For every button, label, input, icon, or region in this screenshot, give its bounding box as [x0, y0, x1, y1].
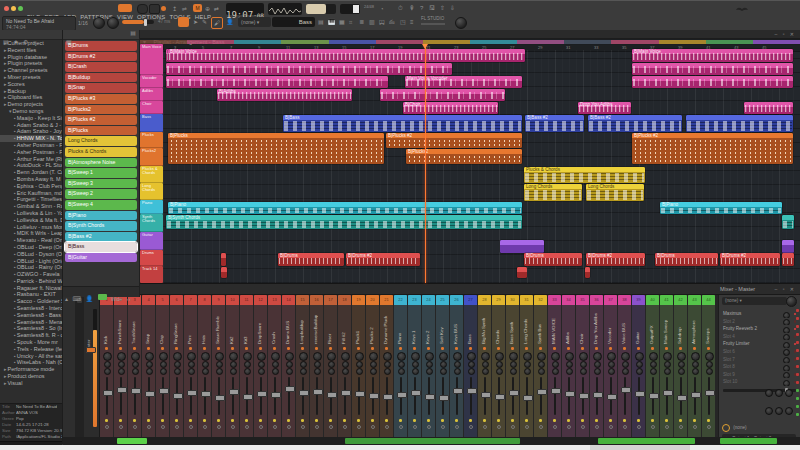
strip-route-dot[interactable]	[273, 425, 277, 429]
browser-item[interactable]: ▪Lollieluv - mus Momentum	[0, 224, 62, 231]
paint-tool-button[interactable]: 🖌	[211, 17, 223, 29]
strip-pan-knob[interactable]	[509, 352, 518, 361]
browser-item[interactable]: ▪HHNW MIX - N. To Be Afraid	[0, 135, 62, 142]
strip-route-dot[interactable]	[133, 425, 137, 429]
strip-eq-knob[interactable]	[314, 368, 321, 375]
strip-pan-knob[interactable]	[481, 352, 490, 361]
strip-fader-handle[interactable]	[509, 390, 519, 396]
strip-eq-knob[interactable]	[706, 368, 713, 375]
fx-eq-knob[interactable]	[775, 407, 783, 415]
playlist-clip[interactable]	[782, 253, 794, 266]
mixer-channel-strip[interactable]: 44Sweeps	[702, 295, 715, 438]
tempo-slider-handle[interactable]	[144, 19, 147, 26]
mixer-channel-strip[interactable]: 27Bass	[464, 295, 477, 438]
track-header[interactable]: Choir	[140, 101, 163, 114]
strip-fader-track[interactable]	[344, 377, 346, 415]
browser-item[interactable]: ▪Lollievka & Lin - Your Madonna	[0, 210, 62, 217]
strip-fader-track[interactable]	[554, 377, 556, 415]
strip-stereo-knob[interactable]	[188, 361, 195, 368]
mixer-channel-strip[interactable]: 39Guitar	[632, 295, 645, 438]
browser-item[interactable]: ▪Bombs Away ft. M - I'm Awake	[0, 176, 62, 183]
strip-route-dot[interactable]	[525, 425, 529, 429]
playlist-clip[interactable]: B|Bass	[283, 115, 522, 132]
strip-pan-knob[interactable]	[257, 352, 266, 361]
playlist-clip[interactable]	[221, 253, 226, 266]
pattern-pill[interactable]: B|Buildup	[65, 73, 137, 83]
touch-controller-icon[interactable]: 🖮	[389, 19, 395, 25]
strip-route-dot[interactable]	[315, 425, 319, 429]
fx-slot[interactable]: Fruity Limiter	[719, 340, 800, 348]
mixer-channel-strip[interactable]: 43Atmosphere	[688, 295, 701, 438]
strip-fader-handle[interactable]	[327, 392, 337, 398]
strip-pan-knob[interactable]	[635, 352, 644, 361]
memory-meter[interactable]	[340, 4, 360, 14]
strip-stereo-knob[interactable]	[272, 361, 279, 368]
strip-stereo-knob[interactable]	[300, 361, 307, 368]
picker-up-icon[interactable]: ▴	[65, 296, 68, 302]
window-minimize-light[interactable]	[11, 6, 16, 11]
strip-eq-knob[interactable]	[482, 368, 489, 375]
strip-eq-knob[interactable]	[692, 368, 699, 375]
strip-eq-knob[interactable]	[426, 368, 433, 375]
pattern-pill[interactable]: B|Sweep 4	[65, 200, 137, 210]
strip-fader-track[interactable]	[106, 377, 108, 415]
snap-selector[interactable]: 1/16	[78, 20, 88, 26]
strip-mute-dot[interactable]	[385, 347, 388, 350]
strip-stereo-knob[interactable]	[454, 361, 461, 368]
strip-fader-track[interactable]	[232, 377, 234, 415]
strip-fader-handle[interactable]	[481, 392, 491, 398]
mixer-channel-strip[interactable]: 23Keys 1	[408, 295, 421, 438]
strip-pan-knob[interactable]	[173, 352, 182, 361]
strip-eq-knob[interactable]	[524, 368, 531, 375]
strip-route-dot[interactable]	[469, 425, 473, 429]
browser-item[interactable]: ▪OBLud - Dyson (Original Mix)	[0, 251, 62, 258]
browser-item[interactable]: ▸Product demos	[0, 373, 62, 380]
strip-fader-handle[interactable]	[131, 388, 141, 394]
strip-fader-handle[interactable]	[173, 393, 183, 399]
playlist-clip[interactable]	[585, 267, 590, 278]
playlist-clip[interactable]: B|Drums #2	[346, 253, 420, 266]
strip-fader-handle[interactable]	[565, 391, 575, 397]
pattern-pill[interactable]: B|Guitar	[65, 253, 137, 263]
mixer-channel-strip[interactable]: 8Hats	[198, 295, 211, 438]
strip-fader-handle[interactable]	[117, 387, 127, 393]
strip-stereo-knob[interactable]	[314, 361, 321, 368]
strip-fader-handle[interactable]	[523, 395, 533, 401]
browser-item[interactable]: ▪OZWGO - Favela	[0, 271, 62, 278]
plugin-picker-icon[interactable]: ▥	[369, 19, 375, 25]
strip-stereo-knob[interactable]	[664, 361, 671, 368]
mixer-channel-strip[interactable]: 21Dyname Pluck	[380, 295, 393, 438]
strip-route-dot[interactable]	[329, 425, 333, 429]
mixer-channel-strip[interactable]: 14Drums BUS	[282, 295, 295, 438]
browser-item[interactable]: ▪OBLud - Deep (Original Mix)	[0, 244, 62, 251]
strip-pan-knob[interactable]	[663, 352, 672, 361]
export-icon[interactable]: ⇧	[440, 5, 445, 11]
pattern-pill[interactable]: B|Plucks	[65, 126, 137, 136]
strip-mute-dot[interactable]	[329, 347, 332, 350]
strip-pan-knob[interactable]	[537, 352, 546, 361]
strip-mute-dot[interactable]	[497, 347, 500, 350]
strip-fader-track[interactable]	[414, 377, 416, 415]
strip-eq-knob[interactable]	[272, 368, 279, 375]
strip-route-dot[interactable]	[399, 425, 403, 429]
fx-gear-knob[interactable]	[786, 296, 797, 307]
strip-stereo-knob[interactable]	[412, 361, 419, 368]
strip-stereo-knob[interactable]	[594, 361, 601, 368]
mixer-channel-strip[interactable]: 3TrashSnare	[128, 295, 141, 438]
step-edit-icon[interactable]: ➤	[193, 19, 198, 25]
strip-fader-track[interactable]	[316, 377, 318, 415]
strip-fader-handle[interactable]	[341, 390, 351, 396]
strip-fader-handle[interactable]	[257, 391, 267, 397]
fx-send-row[interactable]: (none)	[722, 424, 792, 432]
strip-fader-handle[interactable]	[495, 394, 505, 400]
playlist-clip[interactable]: B|Drums #2	[586, 253, 645, 266]
pattern-pill[interactable]: B|Sweep 1	[65, 168, 137, 178]
pattern-pill[interactable]: B|Atmosphere Noise	[65, 158, 137, 168]
mixer-titlebar[interactable]: Mixer - Master ‒ ▫ ✕	[75, 284, 800, 295]
mixer-channel-strip[interactable]: 24Keys 2	[422, 295, 435, 438]
track-header[interactable]: Track 14	[140, 266, 163, 283]
strip-eq-knob[interactable]	[244, 368, 251, 375]
strip-eq-knob[interactable]	[384, 368, 391, 375]
mixer-channel-strip[interactable]: 15Loopbuildup	[296, 295, 309, 438]
pattern-pill[interactable]: B|Bass	[65, 242, 137, 252]
